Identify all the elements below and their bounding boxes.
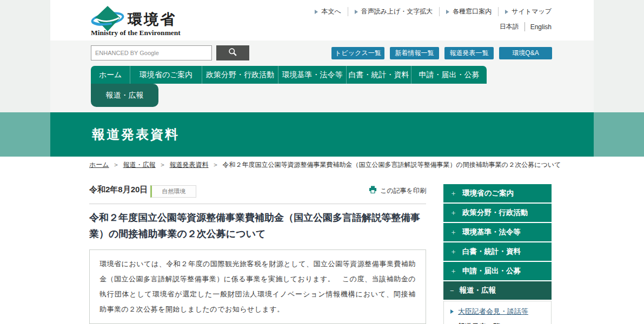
breadcrumb-link[interactable]: 報道発表資料 (170, 161, 209, 168)
plus-icon: ＋ (450, 208, 457, 218)
sidebar-item-label: 環境省のご案内 (462, 188, 514, 198)
nav-item[interactable]: 政策分野・行政活動 (202, 66, 278, 84)
sidebar-item[interactable]: ＋環境基準・法令等 (443, 223, 552, 241)
language-switch: 日本語English (494, 22, 552, 31)
utility-link[interactable]: サイトマップ (499, 7, 552, 16)
quick-button[interactable]: 新着情報一覧 (390, 47, 439, 59)
quick-button[interactable]: 報道発表一覧 (444, 47, 494, 59)
sidebar-sublink-row: 大臣記者会見・談話等 (450, 307, 551, 316)
page: 環境省 Ministry of the Environment 本文へ音声読み上… (0, 0, 644, 324)
breadcrumb-separator: ＞ (213, 161, 219, 168)
sidebar-sublink[interactable]: 報道発表一覧 (458, 322, 500, 324)
plus-icon: ＋ (450, 247, 457, 256)
nav-item[interactable]: 白書・統計・資料 (346, 66, 411, 84)
category-tag[interactable]: 自然環境 (150, 185, 196, 198)
article-title: 令和２年度国立公園等資源整備事業費補助金（国立公園多言語解説等整備事業）の間接補… (89, 210, 431, 242)
triangle-icon (505, 10, 508, 14)
sidebar-menu: ＋環境省のご案内＋政策分野・行政活動＋環境基準・法令等＋白書・統計・資料＋申請・… (443, 184, 552, 300)
plus-icon: ＋ (450, 188, 457, 198)
sidebar-sublink-row: 報道発表一覧 (450, 322, 551, 324)
triangle-icon (315, 10, 318, 14)
sidebar-item-label: 政策分野・行政活動 (462, 208, 528, 218)
utility-link[interactable]: 音声読み上げ・文字拡大 (348, 7, 440, 16)
sidebar-item-label: 申請・届出・公募 (462, 266, 521, 276)
sidebar-item-label: 報道・広報 (460, 286, 496, 295)
ministry-logo-subtitle: Ministry of the Environment (91, 29, 181, 37)
quick-buttons: トピックス一覧新着情報一覧報道発表一覧環境Q&A (331, 47, 552, 59)
sidebar-item[interactable]: ＋申請・届出・公募 (443, 262, 552, 280)
page-title-band-inner: 報道発表資料 (50, 112, 594, 157)
triangle-icon (450, 309, 454, 314)
search-input[interactable] (91, 45, 212, 60)
nav-item[interactable]: ホーム (91, 66, 130, 84)
search-icon (228, 48, 237, 58)
language-link[interactable]: 日本語 (494, 22, 525, 31)
quick-button[interactable]: 環境Q&A (499, 47, 552, 59)
sidebar-item-label: 環境基準・法令等 (462, 227, 521, 237)
ministry-logo-title: 環境省 (128, 10, 176, 29)
language-link[interactable]: English (525, 23, 552, 31)
triangle-icon (446, 10, 449, 14)
print-label: この記事を印刷 (380, 186, 426, 195)
utility-nav: 本文へ音声読み上げ・文字拡大各種窓口案内サイトマップ (308, 7, 552, 16)
breadcrumb-separator: ＞ (113, 161, 119, 168)
page-right-margin (594, 0, 644, 112)
quick-button[interactable]: トピックス一覧 (331, 47, 384, 59)
sidebar-item[interactable]: −報道・広報 (443, 281, 552, 300)
utility-link-label: 各種窓口案内 (453, 7, 492, 16)
utility-link-label: 音声読み上げ・文字拡大 (361, 7, 433, 16)
sidebar-item[interactable]: ＋環境省のご案内 (443, 184, 552, 202)
breadcrumb-link[interactable]: ホーム (89, 161, 109, 168)
sidebar-item-label: 白書・統計・資料 (462, 247, 521, 256)
breadcrumb-separator: ＞ (160, 161, 166, 168)
printer-icon (369, 186, 377, 195)
search-button[interactable] (216, 45, 249, 60)
breadcrumb-link[interactable]: 報道・広報 (123, 161, 156, 168)
subnav-tab-press[interactable]: 報道・広報 (91, 84, 158, 107)
article-date: 令和2年8月20日 (89, 185, 148, 195)
utility-link[interactable]: 本文へ (308, 7, 348, 16)
plus-icon: ＋ (450, 227, 457, 237)
plus-icon: ＋ (450, 266, 457, 276)
print-link[interactable]: この記事を印刷 (369, 186, 426, 195)
breadcrumb-current: 令和２年度国立公園等資源整備事業費補助金（国立公園多言語解説等整備事業）の間接補… (223, 161, 561, 168)
meta-divider (89, 204, 426, 204)
sidebar-sublink[interactable]: 大臣記者会見・談話等 (458, 307, 528, 316)
sidebar-item[interactable]: ＋政策分野・行政活動 (443, 204, 552, 222)
article-body: 環境省においては、令和２年度の国際観光旅客税を財源として、国立公園等資源整備事業… (99, 256, 416, 317)
sidebar-item[interactable]: ＋白書・統計・資料 (443, 242, 552, 261)
utility-link-label: サイトマップ (512, 7, 552, 16)
sidebar: ＋環境省のご案内＋政策分野・行政活動＋環境基準・法令等＋白書・統計・資料＋申請・… (443, 184, 552, 324)
utility-link[interactable]: 各種窓口案内 (440, 7, 499, 16)
nav-item[interactable]: 環境省のご案内 (130, 66, 202, 84)
utility-link-label: 本文へ (321, 7, 341, 16)
article-meta-row: 令和2年8月20日 自然環境 この記事を印刷 (89, 184, 426, 200)
minus-icon: − (450, 287, 454, 295)
page-left-margin (0, 0, 50, 112)
breadcrumb: ホーム＞報道・広報＞報道発表資料＞令和２年度国立公園等資源整備事業費補助金（国立… (89, 160, 554, 170)
sidebar-sublinks: 大臣記者会見・談話等報道発表一覧 (443, 301, 552, 324)
nav-item[interactable]: 環境基準・法令等 (278, 66, 346, 84)
page-title: 報道発表資料 (92, 112, 180, 157)
triangle-icon (355, 10, 358, 14)
nav-item[interactable]: 申請・届出・公募 (411, 66, 487, 84)
page-title-band: 報道発表資料 (0, 112, 644, 157)
main-nav: ホーム環境省のご案内政策分野・行政活動環境基準・法令等白書・統計・資料申請・届出… (91, 66, 487, 84)
article-summary-box: 環境省においては、令和２年度の国際観光旅客税を財源として、国立公園等資源整備事業… (89, 249, 426, 324)
ministry-logo[interactable]: 環境省 Ministry of the Environment (91, 4, 180, 38)
